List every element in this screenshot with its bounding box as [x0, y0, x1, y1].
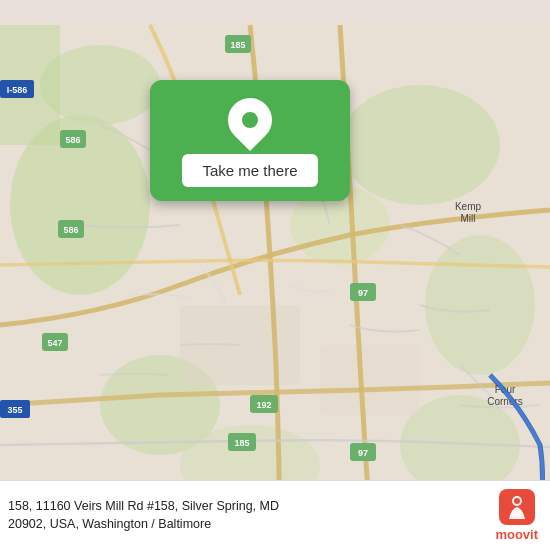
svg-text:185: 185 — [230, 40, 245, 50]
svg-text:Kemp: Kemp — [455, 201, 482, 212]
svg-text:I-586: I-586 — [7, 85, 28, 95]
svg-text:185: 185 — [234, 438, 249, 448]
svg-text:355: 355 — [7, 405, 22, 415]
location-pin-icon — [219, 89, 281, 151]
svg-text:547: 547 — [47, 338, 62, 348]
svg-text:192: 192 — [256, 400, 271, 410]
location-card: Take me there — [150, 80, 350, 201]
svg-text:586: 586 — [63, 225, 78, 235]
moovit-label: moovit — [495, 527, 538, 542]
svg-rect-11 — [320, 345, 420, 415]
address-text: 158, 11160 Veirs Mill Rd #158, Silver Sp… — [8, 498, 485, 533]
bottom-info-bar: 158, 11160 Veirs Mill Rd #158, Silver Sp… — [0, 480, 550, 550]
svg-text:97: 97 — [358, 288, 368, 298]
moovit-icon — [499, 489, 535, 525]
svg-text:Mill: Mill — [461, 213, 476, 224]
svg-point-38 — [514, 498, 520, 504]
svg-point-4 — [425, 235, 535, 375]
map-container: 185 586 586 547 97 192 185 97 I-586 355 … — [0, 0, 550, 550]
moovit-logo: moovit — [495, 489, 538, 542]
take-me-there-button[interactable]: Take me there — [182, 154, 317, 187]
svg-text:97: 97 — [358, 448, 368, 458]
svg-point-3 — [340, 85, 500, 205]
svg-text:586: 586 — [65, 135, 80, 145]
